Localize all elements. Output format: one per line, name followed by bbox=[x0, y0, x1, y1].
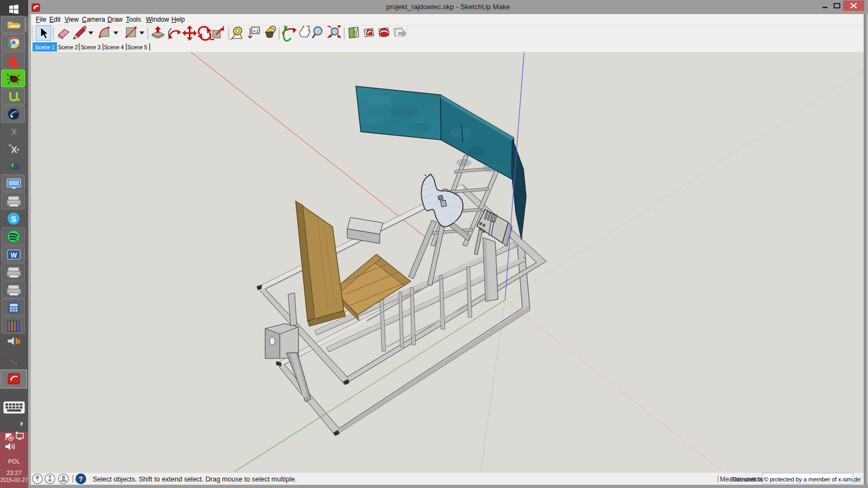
svg-text:X: X bbox=[11, 127, 17, 137]
svg-text:W: W bbox=[11, 252, 17, 259]
svg-text:X: X bbox=[11, 145, 17, 155]
svg-text:S: S bbox=[11, 214, 16, 223]
svg-text:?: ? bbox=[79, 476, 82, 483]
svg-text:Scene 5: Scene 5 bbox=[127, 44, 148, 50]
svg-text:Scene 2: Scene 2 bbox=[58, 44, 78, 50]
svg-text:This work is © protected by a: This work is © protected by a member of … bbox=[731, 476, 860, 483]
svg-text:Scene 3: Scene 3 bbox=[81, 44, 101, 50]
svg-text:Select objects. Shift to exten: Select objects. Shift to extend select. … bbox=[93, 476, 297, 483]
svg-text:Scene 4: Scene 4 bbox=[104, 44, 124, 50]
svg-text:A1: A1 bbox=[253, 28, 259, 34]
svg-text:Scene 1: Scene 1 bbox=[35, 44, 55, 50]
